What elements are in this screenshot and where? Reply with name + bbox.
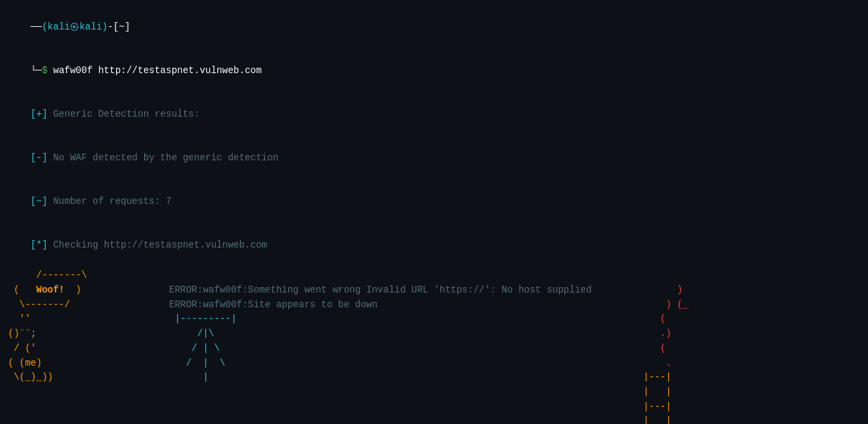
terminal-line-prompt: ──(kali㉿kali)-[~] (8, 5, 860, 49)
num-requests-1-text: Number of requests: 7 (53, 196, 171, 207)
prompt-symbol: └─ (31, 65, 42, 76)
prompt-bracket-dir: -[~] (107, 21, 130, 32)
line-num-requests-1: [~] Number of requests: 7 (8, 180, 860, 223)
ascii-tripod-art: ERROR:wafw00f:Something went wrong Inval… (169, 268, 592, 385)
bracket-plus: [+] (31, 109, 54, 119)
prompt-dollar: $ (42, 65, 53, 76)
line-checking-1: [*] Checking http://testaspnet.vulnweb.c… (8, 223, 860, 267)
ascii-dog-art: /-------\ ( Woof! ) \-------/ '' ()¨¨; /… (8, 268, 162, 385)
bracket-star-1: [*] (31, 240, 54, 250)
line-generic-results: [+] Generic Detection results: (8, 93, 860, 136)
line-no-waf: [-] No WAF detected by the generic detec… (8, 136, 860, 180)
checking-1-text: Checking http://testaspnet.vulnweb.com (53, 240, 267, 250)
ascii-art-container: /-------\ ( Woof! ) \-------/ '' ()¨¨; /… (8, 268, 860, 424)
prompt-user: (kali㉿kali) (42, 21, 107, 32)
no-waf-text: No WAF detected by the generic detection (53, 152, 278, 163)
cmd-text: wafw00f http://testaspnet.vulnweb.com (53, 65, 262, 76)
prompt-bracket-open: ── (31, 21, 42, 32)
ascii-fire-ladder-art: ) ) (_ ( .) ( . |---| | | |---| | | |---… (632, 268, 688, 424)
bracket-tilde: [~] (31, 196, 54, 207)
terminal-window: ──(kali㉿kali)-[~] └─$ wafw00f http://tes… (8, 5, 860, 424)
terminal-line-cmd: └─$ wafw00f http://testaspnet.vulnweb.co… (8, 49, 860, 93)
generic-results-text: Generic Detection results: (53, 109, 199, 119)
bracket-minus: [-] (31, 152, 54, 163)
